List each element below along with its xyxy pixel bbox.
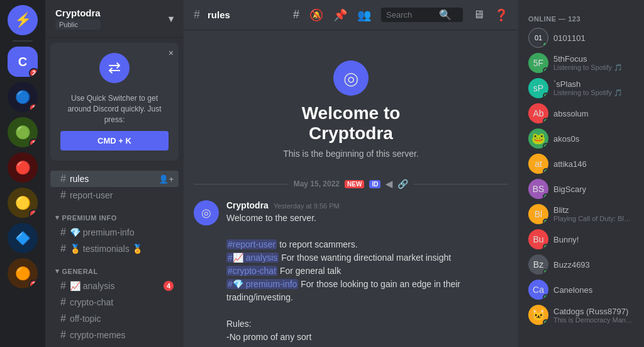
member-item-akos0s[interactable]: 🐸 akos0s [523, 126, 639, 151]
main-chat: # rules # 🔕 📌 👥 🔍 🖥 ❓ ◎ Welcome toCrypto… [184, 0, 518, 347]
members-icon[interactable]: 👥 [357, 8, 371, 22]
member-info-canelones: Canelones [553, 285, 634, 295]
mention-crypto-chat[interactable]: #crypto-chat [226, 266, 277, 276]
member-item-canelones[interactable]: Ca Canelones [523, 277, 639, 302]
member-avatar-abssolum: Ab [528, 103, 548, 123]
hash-icon: # [60, 313, 66, 324]
member-item-0101101[interactable]: 01 0101101 [523, 25, 639, 50]
channel-name-report-user: report-user [70, 190, 113, 200]
server-icon-4[interactable]: 🔴 [8, 152, 38, 183]
channel-item-premium-info[interactable]: # 💎 premium-info [50, 224, 179, 241]
mention-premium-info[interactable]: #💎 premium-info [226, 279, 298, 289]
id-badge: ID [369, 180, 380, 188]
header-icons: # 🔕 📌 👥 🔍 🖥 ❓ [293, 8, 508, 22]
new-badge: NEW [345, 180, 364, 188]
channel-item-crypto-memes[interactable]: # crypto-memes [50, 327, 179, 343]
reply-icon[interactable]: ◀ [386, 179, 392, 189]
pin-icon[interactable]: 📌 [333, 8, 347, 22]
member-avatar-catdogs: 🐱 [528, 305, 548, 325]
search-box: 🔍 [381, 8, 463, 22]
member-info-bigscary: BigScary [553, 185, 634, 194]
hash-icon: # [60, 190, 66, 201]
server-badge: 2 [29, 68, 38, 77]
svg-text:⇄: ⇄ [108, 59, 121, 76]
member-name-blitz: Blitz [553, 205, 634, 215]
shortcut-button[interactable]: CMD + K [60, 131, 169, 151]
member-item-5thfocus[interactable]: 5F 5thFocus Listening to Spotify 🎵 [523, 50, 639, 76]
member-item-blitz[interactable]: Bl Blitz Playing Call of Duty: Black ...… [523, 202, 639, 227]
hash-icon: # [60, 227, 66, 238]
channel-name-premium-info: 💎 premium-info [70, 227, 135, 237]
help-icon[interactable]: ❓ [494, 8, 508, 22]
quick-switcher-tooltip: × ⇄ Use Quick Switcher to get around Dis… [50, 43, 179, 161]
server-divider [13, 40, 33, 42]
server-icon-img: 🔵 [15, 89, 31, 105]
date-label: May 15, 2022 [294, 179, 340, 188]
server-icon-cryptodra[interactable]: C 2 [8, 47, 38, 77]
search-icon[interactable]: 🔍 [439, 9, 452, 21]
message-author-cryptodra: Cryptodra [226, 200, 269, 210]
online-dot [543, 193, 548, 199]
message-time-cryptodra: Yesterday at 9:56 PM [274, 202, 340, 210]
link-icon[interactable]: 🔗 [397, 179, 408, 189]
mention-report-user[interactable]: #report-user [226, 239, 277, 249]
member-info-blitz: Blitz Playing Call of Duty: Black ... 🎮 [553, 205, 634, 223]
member-info-splash: `sPlash Listening to Spotify 🎵 [553, 79, 634, 97]
chat-header: # rules # 🔕 📌 👥 🔍 🖥 ❓ [184, 0, 518, 30]
chat-header-title: rules [208, 9, 230, 20]
server-sidebar: ⚡ C 2 🔵 1 🟢 1 🔴 🟡 4 🔷 🟠 3 [0, 0, 45, 347]
channel-item-testimonials[interactable]: # 🏅 testimonials 🏅 [50, 241, 179, 257]
search-input[interactable] [386, 10, 436, 20]
server-name: Cryptodra [55, 8, 101, 18]
channel-item-report-user[interactable]: # report-user [50, 187, 179, 203]
member-info-buzz4693: Buzz4693 [553, 260, 634, 270]
member-avatar-bunny: Bu [528, 229, 548, 249]
server-welcome-icon: ◎ [333, 60, 369, 96]
tooltip-close-button[interactable]: × [169, 48, 174, 58]
server-icon-6[interactable]: 🔷 [8, 223, 38, 253]
channel-item-crypto-chat[interactable]: # crypto-chat [50, 294, 179, 310]
member-item-bunny[interactable]: Bu Bunny! [523, 227, 639, 252]
hash-icon: # [60, 297, 66, 308]
channel-item-rules[interactable]: # rules 👤+ [50, 171, 179, 187]
online-dot [543, 118, 548, 123]
member-item-attika146[interactable]: at attika146 [523, 151, 639, 176]
member-item-buzz4693[interactable]: Bz Buzz4693 [523, 252, 639, 277]
server-icon-5[interactable]: 🟡 4 [8, 188, 38, 218]
tooltip-icon: ⇄ [60, 53, 169, 88]
welcome-section: ◎ Welcome toCryptodra This is the beginn… [194, 40, 508, 169]
member-avatar-5thfocus: 5F [528, 53, 548, 73]
category-premium-info[interactable]: ▾ Premium Info [45, 203, 184, 224]
category-general[interactable]: ▾ General [45, 257, 184, 278]
member-avatar-akos0s: 🐸 [528, 128, 548, 149]
server-icon-2[interactable]: 🔵 1 [8, 82, 38, 112]
member-avatar-buzz4693: Bz [528, 254, 548, 275]
add-member-icon[interactable]: 👤+ [158, 174, 174, 184]
member-info-akos0s: akos0s [553, 134, 634, 144]
inbox-icon[interactable]: 🖥 [473, 8, 484, 21]
channel-name-analysis: 📈 analysis [70, 281, 114, 291]
member-item-bigscary[interactable]: BS BigScary [523, 176, 639, 202]
mention-analysis[interactable]: #📈 analysis [226, 253, 279, 263]
member-info-bunny: Bunny! [553, 235, 634, 244]
member-item-abssolum[interactable]: Ab abssolum [523, 101, 639, 126]
online-dot [542, 42, 548, 48]
server-icon-3[interactable]: 🟢 1 [8, 117, 38, 147]
member-item-splash[interactable]: sP `sPlash Listening to Spotify 🎵 [523, 76, 639, 101]
member-item-catdogs[interactable]: 🐱 Catdogs (Russ8797) This is Democracy M… [523, 302, 639, 327]
channel-item-social-media[interactable]: # social-media [50, 343, 179, 347]
date-divider: May 15, 2022 NEW ID ◀ 🔗 [194, 179, 508, 189]
member-name-bigscary: BigScary [553, 185, 634, 194]
member-avatar-0101101: 01 [528, 28, 548, 48]
message-text-cryptodra: Welcome to the server. #report-user to r… [226, 212, 508, 344]
channel-item-analysis[interactable]: # 📈 analysis 4 [50, 278, 179, 294]
server-icon-7[interactable]: 🟠 3 [8, 258, 38, 288]
discord-home-button[interactable]: ⚡ [8, 5, 38, 35]
mute-icon[interactable]: 🔕 [309, 8, 323, 22]
member-name-canelones: Canelones [553, 285, 634, 295]
channel-item-off-topic[interactable]: # off-topic [50, 310, 179, 327]
hashtag-icon[interactable]: # [293, 8, 299, 21]
sidebar-header[interactable]: Cryptodra Public ▾ [45, 0, 184, 38]
message-content-cryptodra: Cryptodra Yesterday at 9:56 PM Welcome t… [226, 200, 508, 344]
member-name-catdogs: Catdogs (Russ8797) [553, 307, 634, 316]
